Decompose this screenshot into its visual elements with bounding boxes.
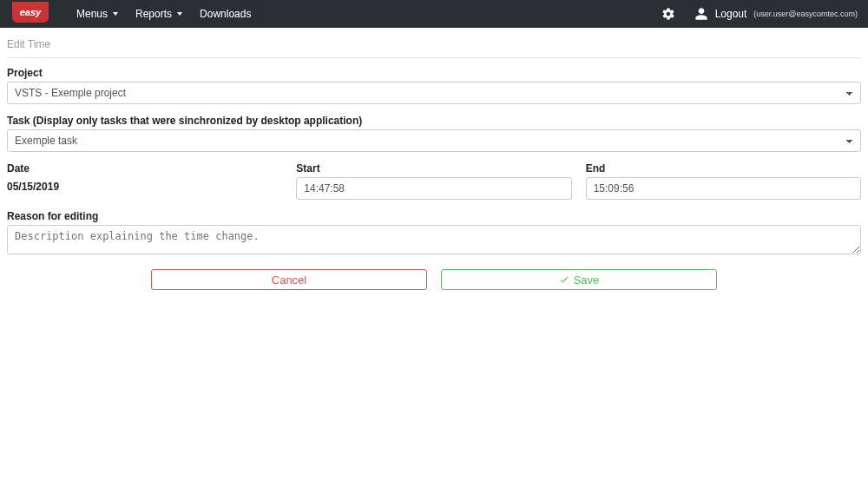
- end-input[interactable]: [586, 177, 861, 200]
- reason-label: Reason for editing: [7, 210, 861, 222]
- end-group: End: [586, 162, 861, 200]
- nav-reports[interactable]: Reports: [128, 4, 189, 23]
- reason-group: Reason for editing: [7, 210, 861, 257]
- cancel-button[interactable]: Cancel: [151, 269, 427, 290]
- logout-link[interactable]: Logout (user.user@easycomtec.com): [694, 7, 858, 21]
- nav-downloads[interactable]: Downloads: [193, 4, 258, 23]
- start-group: Start: [296, 162, 571, 200]
- top-navbar: easy Menus Reports Downloads Logout (use…: [0, 0, 868, 28]
- project-select[interactable]: VSTS - Exemple project: [7, 82, 861, 104]
- date-value: 05/15/2019: [7, 177, 282, 196]
- date-label: Date: [7, 162, 282, 175]
- date-time-row: Date 05/15/2019 Start End: [7, 162, 861, 200]
- task-select[interactable]: Exemple task: [7, 129, 861, 152]
- gears-icon[interactable]: [661, 7, 675, 21]
- save-button[interactable]: Save: [441, 269, 717, 290]
- nav-menus[interactable]: Menus: [69, 4, 125, 23]
- button-row: Cancel Save: [7, 269, 861, 290]
- nav-reports-label: Reports: [135, 8, 172, 20]
- task-label: Task (Display only tasks that were sinch…: [7, 115, 861, 127]
- reason-textarea[interactable]: [7, 225, 861, 254]
- end-label: End: [586, 162, 861, 175]
- project-group: Project VSTS - Exemple project: [7, 67, 861, 104]
- start-label: Start: [296, 162, 571, 175]
- nav-right: Logout (user.user@easycomtec.com): [661, 7, 858, 21]
- check-icon: [559, 274, 569, 285]
- start-input[interactable]: [296, 177, 571, 200]
- nav-menus-label: Menus: [76, 8, 108, 20]
- logout-email: (user.user@easycomtec.com): [753, 10, 858, 18]
- user-icon: [694, 7, 708, 21]
- page-title: Edit Time: [7, 35, 861, 58]
- task-group: Task (Display only tasks that were sinch…: [7, 115, 861, 152]
- nav-left: Menus Reports Downloads: [69, 4, 258, 23]
- save-button-label: Save: [574, 274, 600, 287]
- cancel-button-label: Cancel: [272, 274, 306, 287]
- page-body: Edit Time Project VSTS - Exemple project…: [0, 28, 868, 290]
- nav-downloads-label: Downloads: [200, 8, 251, 20]
- project-label: Project: [7, 67, 861, 79]
- brand-logo[interactable]: easy: [12, 2, 49, 23]
- logout-label: Logout: [715, 8, 747, 20]
- date-group: Date 05/15/2019: [7, 162, 282, 200]
- caret-down-icon: [113, 12, 118, 16]
- caret-down-icon: [177, 12, 182, 16]
